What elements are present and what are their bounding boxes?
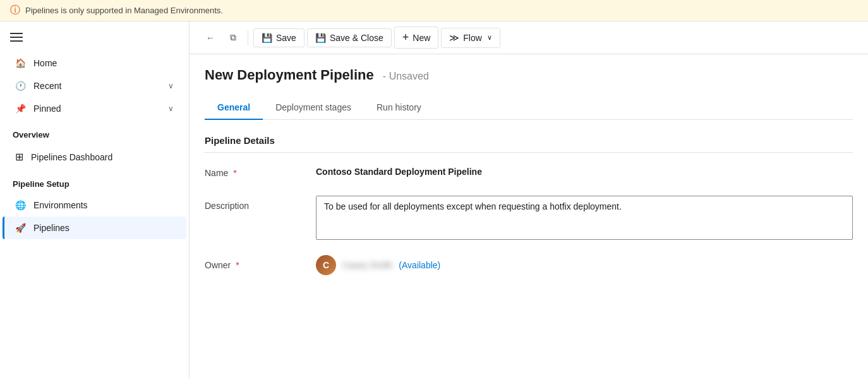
name-value: Contoso Standard Deployment Pipeline bbox=[316, 163, 853, 181]
required-star: * bbox=[233, 168, 236, 178]
description-row: Description bbox=[205, 196, 853, 240]
tab-general[interactable]: General bbox=[205, 96, 263, 120]
toolbar: ← ⧉ 💾 Save 💾 Save & Close + New ≫ Flow ∨ bbox=[190, 21, 868, 54]
pin-icon: 📌 bbox=[15, 104, 26, 114]
sidebar-item-pipelines[interactable]: 🚀 Pipelines bbox=[3, 217, 186, 239]
tab-deployment-stages[interactable]: Deployment stages bbox=[263, 96, 364, 120]
chevron-down-icon: ∨ bbox=[168, 104, 174, 113]
name-label: Name * bbox=[205, 163, 306, 178]
sidebar-item-pinned[interactable]: 📌 Pinned ∨ bbox=[3, 97, 186, 120]
required-star: * bbox=[236, 260, 239, 270]
flow-chevron-icon: ∨ bbox=[487, 33, 492, 42]
chevron-down-icon: ∨ bbox=[168, 81, 174, 90]
flow-button[interactable]: ≫ Flow ∨ bbox=[441, 28, 500, 48]
sidebar: 🏠 Home 🕐 Recent ∨ 📌 Pinned ∨ Overview ⊞ … bbox=[0, 21, 190, 379]
back-icon: ← bbox=[206, 33, 215, 43]
name-row: Name * Contoso Standard Deployment Pipel… bbox=[205, 163, 853, 181]
sidebar-item-recent[interactable]: 🕐 Recent ∨ bbox=[3, 74, 186, 97]
managed-environments-banner: ⓘ Pipelines is only supported in Managed… bbox=[0, 0, 868, 21]
sidebar-item-label: Pipelines Dashboard bbox=[31, 152, 112, 162]
sidebar-item-label: Pinned bbox=[33, 104, 61, 114]
back-button[interactable]: ← bbox=[200, 29, 221, 47]
plus-icon: + bbox=[402, 31, 409, 44]
description-textarea[interactable] bbox=[316, 196, 853, 240]
avatar: C bbox=[316, 255, 336, 275]
sidebar-item-pipelines-dashboard[interactable]: ⊞ Pipelines Dashboard bbox=[3, 145, 186, 169]
owner-label: Owner * bbox=[205, 255, 306, 270]
owner-name: Casey Smith bbox=[342, 260, 392, 270]
flow-icon: ≫ bbox=[449, 32, 459, 44]
sidebar-item-label: Environments bbox=[33, 200, 88, 210]
sidebar-item-label: Recent bbox=[33, 81, 61, 91]
hamburger-menu[interactable] bbox=[0, 27, 189, 52]
window-icon: ⧉ bbox=[230, 32, 236, 43]
form-section-title: Pipeline Details bbox=[205, 135, 853, 153]
environments-icon: 🌐 bbox=[15, 200, 26, 210]
unsaved-label: - Unsaved bbox=[383, 71, 429, 81]
pipelines-icon: 🚀 bbox=[15, 223, 26, 233]
owner-status: (Available) bbox=[399, 260, 440, 270]
content-area: New Deployment Pipeline - Unsaved Genera… bbox=[190, 54, 868, 379]
overview-section-label: Overview bbox=[0, 120, 189, 145]
save-button[interactable]: 💾 Save bbox=[253, 28, 304, 47]
sidebar-item-label: Home bbox=[33, 58, 57, 68]
tabs-bar: General Deployment stages Run history bbox=[205, 96, 853, 120]
page-title: New Deployment Pipeline - Unsaved bbox=[205, 67, 853, 83]
sidebar-item-home[interactable]: 🏠 Home bbox=[3, 52, 186, 74]
toolbar-divider bbox=[248, 30, 248, 45]
main-content: ← ⧉ 💾 Save 💾 Save & Close + New ≫ Flow ∨ bbox=[190, 21, 868, 379]
home-icon: 🏠 bbox=[15, 58, 26, 68]
dashboard-icon: ⊞ bbox=[15, 151, 23, 163]
owner-field[interactable]: C Casey Smith (Available) bbox=[316, 255, 440, 275]
hamburger-icon bbox=[10, 33, 179, 42]
tab-run-history[interactable]: Run history bbox=[364, 96, 434, 120]
window-button[interactable]: ⧉ bbox=[224, 28, 243, 47]
warning-icon: ⓘ bbox=[10, 4, 20, 17]
sidebar-item-label: Pipelines bbox=[33, 223, 69, 233]
pipeline-setup-section-label: Pipeline Setup bbox=[0, 169, 189, 194]
save-close-icon: 💾 bbox=[315, 33, 326, 43]
save-icon: 💾 bbox=[262, 33, 272, 43]
save-close-button[interactable]: 💾 Save & Close bbox=[307, 28, 392, 47]
sidebar-item-environments[interactable]: 🌐 Environments bbox=[3, 194, 186, 217]
recent-icon: 🕐 bbox=[15, 81, 26, 91]
pipeline-details-form: Pipeline Details Name * Contoso Standard… bbox=[205, 135, 853, 275]
description-label: Description bbox=[205, 196, 306, 211]
new-button[interactable]: + New bbox=[394, 27, 439, 49]
banner-text: Pipelines is only supported in Managed E… bbox=[25, 6, 223, 15]
owner-row: Owner * C Casey Smith (Available) bbox=[205, 255, 853, 275]
